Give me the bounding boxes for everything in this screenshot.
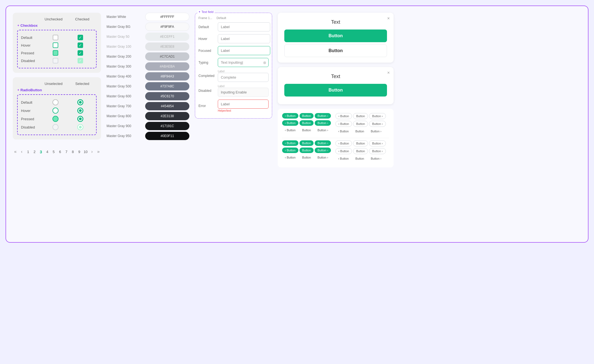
rb-hover-selected[interactable]	[68, 108, 93, 114]
page-6-btn[interactable]: 6	[57, 147, 63, 156]
btn-l1-2[interactable]: Button	[299, 113, 314, 119]
cb-checked-hover[interactable]: ✓	[78, 42, 83, 48]
cb-hover-empty[interactable]	[53, 42, 58, 48]
tf-state-completed: Completed	[198, 74, 218, 78]
btn-l1-1[interactable]: ‹ Button	[282, 113, 298, 119]
btn-r2-2[interactable]: Button	[353, 121, 368, 127]
radio-title: RadioButton	[17, 88, 97, 92]
btn-br1-3[interactable]: Button ›	[369, 140, 386, 146]
btn-br1-1[interactable]: ‹ Button	[335, 140, 352, 146]
next-page-btn[interactable]: ›	[89, 147, 95, 156]
btn-bl3-2[interactable]: Button	[299, 155, 314, 160]
cb-pressed-empty[interactable]	[53, 50, 58, 56]
page-7-btn[interactable]: 7	[64, 147, 69, 156]
page-1-btn[interactable]: 1	[25, 147, 31, 156]
first-page-btn[interactable]: «	[13, 147, 18, 156]
tf-row-disabled: Disabled Label	[198, 85, 269, 97]
btn-l2-3[interactable]: Button ›	[315, 120, 331, 126]
btn-l3-3[interactable]: Button ›	[315, 127, 331, 133]
btn-br3-2[interactable]: Button	[352, 156, 367, 161]
tf-disabled-sublabel: Label	[218, 85, 269, 88]
btn-r3-3[interactable]: Button ›	[368, 129, 384, 134]
page-3-btn[interactable]: 3	[38, 147, 44, 156]
prev-page-btn[interactable]: ‹	[19, 147, 24, 156]
btn-r1-3[interactable]: Button ›	[369, 113, 386, 119]
btn-bl1-3[interactable]: Button ›	[315, 140, 331, 146]
btn-r2-3[interactable]: Button ›	[369, 121, 386, 127]
cb-empty-default[interactable]	[53, 35, 58, 40]
dialog-2-primary-btn[interactable]: Button	[284, 84, 387, 97]
dialog-1-outline-btn[interactable]: Button	[284, 44, 387, 57]
cb-default-checked[interactable]: ✓	[68, 35, 93, 40]
btn-r3-1[interactable]: ‹ Button	[335, 129, 352, 134]
btn-l1-3[interactable]: Button ›	[315, 113, 331, 119]
btn-br3-3[interactable]: Button ›	[368, 156, 384, 161]
cb-checked-pressed[interactable]: ✓	[78, 50, 83, 56]
dialog-1-primary-btn[interactable]: Button	[284, 30, 387, 42]
color-name-white: Master White	[107, 15, 142, 19]
btn-br2-2[interactable]: Button	[353, 148, 368, 154]
cb-pressed-checked[interactable]: ✓	[68, 50, 93, 56]
rb-hover-unselected[interactable]	[43, 108, 68, 114]
tf-clear-btn[interactable]: ⊗	[263, 60, 266, 65]
cb-hover-checked[interactable]: ✓	[68, 42, 93, 48]
tf-input-focused[interactable]	[218, 46, 270, 55]
cb-checked-default[interactable]: ✓	[78, 35, 83, 40]
rb-selected-default[interactable]	[77, 99, 83, 105]
btn-br2-3[interactable]: Button ›	[369, 148, 386, 154]
tf-state-hover: Hover	[198, 37, 218, 41]
checkbox-panel: Unchecked Checked Checkbox Default ✓	[13, 13, 101, 73]
page-8-btn[interactable]: 8	[70, 147, 75, 156]
rb-selected-pressed[interactable]	[77, 116, 83, 122]
btn-bl3-3[interactable]: Button ›	[315, 155, 331, 160]
tf-input-completed[interactable]	[218, 73, 269, 82]
btn-r3-2[interactable]: Button	[352, 129, 367, 134]
dialog-2-close-btn[interactable]: ×	[387, 70, 390, 75]
page-2-btn[interactable]: 2	[32, 147, 37, 156]
cb-hover-unchecked[interactable]	[43, 42, 68, 48]
btn-bl2-3[interactable]: Button ›	[315, 148, 331, 153]
btn-br2-1[interactable]: ‹ Button	[335, 148, 352, 154]
color-swatch-gray700: #454854	[145, 102, 189, 110]
btn-br3-1[interactable]: ‹ Button	[335, 156, 352, 161]
tf-row-completed: Completed Label	[198, 70, 269, 82]
btn-bl1-2[interactable]: Button	[299, 140, 314, 146]
color-name-graybg: Master Gray BG	[107, 25, 142, 29]
rb-default-unselected[interactable]	[43, 99, 68, 105]
tf-input-default[interactable]	[218, 22, 270, 31]
color-row-gray200: Master Gray 200 #C7CAD1	[107, 52, 189, 61]
btn-bl2-1[interactable]: ‹ Button	[282, 148, 298, 153]
btn-bl1-1[interactable]: ‹ Button	[282, 140, 298, 146]
cb-pressed-unchecked[interactable]	[43, 50, 68, 56]
page-10-btn[interactable]: 10	[83, 147, 88, 156]
btn-bl2-2[interactable]: Button	[299, 148, 314, 153]
rb-empty-default[interactable]	[52, 99, 59, 105]
tf-input-error[interactable]	[218, 100, 269, 109]
btn-l3-2[interactable]: Button	[299, 127, 314, 133]
rb-selected-hover[interactable]	[77, 108, 83, 114]
page-5-btn[interactable]: 5	[51, 147, 56, 156]
dialog-1-close-btn[interactable]: ×	[387, 16, 390, 21]
rb-hover-empty[interactable]	[52, 108, 59, 114]
btn-bl3-1[interactable]: ‹ Button	[282, 155, 298, 160]
tf-completed-sublabel: Label	[218, 70, 269, 73]
btn-l3-1[interactable]: ‹ Button	[282, 127, 298, 133]
page-9-btn[interactable]: 9	[76, 147, 82, 156]
rb-pressed-unselected[interactable]	[43, 116, 68, 122]
page-4-btn[interactable]: 4	[45, 147, 50, 156]
color-swatch-gray500: #737A8C	[145, 82, 189, 90]
btn-l2-1[interactable]: ‹ Button	[282, 120, 298, 126]
btn-r1-1[interactable]: ‹ Button	[335, 113, 352, 119]
btn-r1-2[interactable]: Button	[353, 113, 368, 119]
cb-default-unchecked[interactable]	[43, 35, 68, 40]
btn-l2-2[interactable]: Button	[299, 120, 314, 126]
btn-br1-2[interactable]: Button	[353, 140, 368, 146]
rb-pressed-empty[interactable]	[52, 116, 59, 122]
rb-pressed-selected[interactable]	[68, 116, 93, 122]
tf-input-typing[interactable]	[218, 58, 269, 67]
btn-br1: ‹ Button Button Button ›	[335, 140, 386, 146]
tf-input-hover[interactable]	[218, 34, 270, 43]
btn-r2-1[interactable]: ‹ Button	[335, 121, 352, 127]
rb-default-selected[interactable]	[68, 99, 93, 105]
last-page-btn[interactable]: »	[96, 147, 101, 156]
